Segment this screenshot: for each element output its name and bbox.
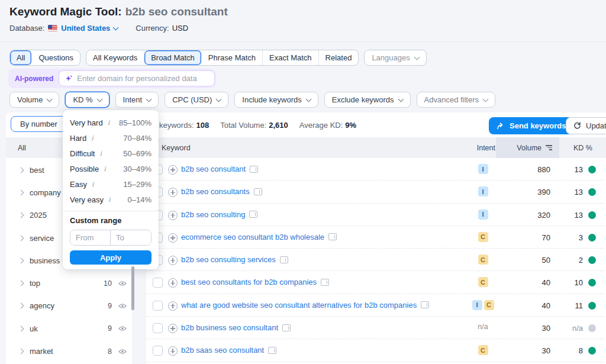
kd-value: 3 [556, 233, 583, 242]
keyword-link[interactable]: b2b seo consultant [181, 165, 258, 173]
kd-option-range: 50–69% [123, 149, 152, 158]
column-intent: Intent [454, 144, 495, 152]
serp-icon[interactable] [328, 233, 337, 240]
by-number-toggle[interactable]: By number [11, 116, 67, 132]
serp-icon[interactable] [280, 256, 288, 263]
kd-option-range: 85–100% [119, 118, 152, 127]
volume-value: 40 [512, 278, 550, 287]
filter-advanced-filters[interactable]: Advanced filters [417, 92, 496, 108]
kd-from-input[interactable] [70, 230, 111, 245]
languages-button[interactable]: Languages [364, 50, 426, 66]
group-label: uk [30, 324, 38, 333]
tab-all-keywords[interactable]: All Keywords [86, 50, 144, 65]
tab-exact-match[interactable]: Exact Match [263, 50, 319, 65]
add-keyword-icon[interactable] [168, 188, 178, 197]
page-title: Keyword Magic Tool:b2b seo consultant [9, 5, 228, 18]
column-kd: KD % [570, 144, 596, 152]
volume-value: 30 [512, 324, 550, 333]
serp-icon[interactable] [250, 166, 258, 173]
chevron-down-icon [305, 96, 311, 102]
kd-option-range: 70–84% [123, 134, 152, 143]
add-keyword-icon[interactable] [168, 324, 178, 333]
filter-intent[interactable]: Intent [115, 92, 159, 108]
serp-icon[interactable] [254, 188, 262, 195]
tab-questions[interactable]: Questions [32, 50, 80, 65]
serp-icon[interactable] [282, 324, 291, 331]
currency-label: Currency: [136, 24, 169, 33]
keyword-link[interactable]: ecommerce seo consultant b2b wholesale [181, 233, 337, 241]
send-keywords-button[interactable]: Send keywords [489, 117, 573, 134]
kd-option-very-hard[interactable]: Very hard i 85–100% [70, 115, 152, 130]
eye-icon[interactable] [118, 281, 127, 286]
chevron-right-icon [18, 212, 24, 218]
custom-range-inputs [70, 230, 152, 246]
apply-button[interactable]: Apply [70, 250, 152, 265]
sidebar-group-uk[interactable]: uk 9 [6, 317, 132, 340]
send-keywords-label: Send keywords [510, 121, 566, 130]
add-keyword-icon[interactable] [168, 278, 178, 288]
filter-include-keywords[interactable]: Include keywords [234, 92, 318, 108]
kd-to-input[interactable] [111, 230, 151, 245]
serp-icon[interactable] [321, 279, 329, 286]
eye-icon[interactable] [118, 303, 127, 309]
kd-option-range: 30–49% [123, 165, 152, 173]
update-button[interactable]: Update [566, 117, 606, 134]
sidebar-group-agency[interactable]: agency 9 [6, 295, 132, 317]
domain-input[interactable]: Enter domain for personalized data [59, 70, 215, 86]
group-label: best [30, 166, 44, 175]
sidebar-group-top[interactable]: top 10 [6, 272, 132, 294]
keyword-link[interactable]: b2b business seo consultant [181, 323, 291, 332]
tab-related[interactable]: Related [319, 50, 359, 65]
kd-option-possible[interactable]: Possible i 30–49% [70, 161, 152, 176]
filter-cpc-usd[interactable]: CPC (USD) [165, 92, 228, 108]
eye-icon[interactable] [118, 349, 127, 355]
ai-powered-badge: AI-powered [15, 75, 53, 83]
row-checkbox[interactable] [153, 278, 163, 288]
tab-all[interactable]: All [10, 50, 32, 65]
add-keyword-icon[interactable] [168, 256, 178, 265]
sidebar-group-market[interactable]: market 8 [6, 340, 132, 362]
add-keyword-icon[interactable] [168, 346, 178, 356]
kd-option-easy[interactable]: Easy i 15–29% [70, 176, 152, 192]
kd-option-difficult[interactable]: Difficult i 50–69% [70, 146, 152, 161]
keyword-link[interactable]: b2b seo consulting services [181, 255, 288, 264]
keyword-link[interactable]: best seo consultants for b2b companies [181, 278, 329, 286]
row-checkbox[interactable] [153, 346, 163, 356]
intent-na: n/a [478, 323, 488, 331]
update-label: Update [586, 121, 606, 130]
keywords-count-value: 108 [196, 121, 209, 130]
filter-volume[interactable]: Volume [9, 92, 59, 108]
serp-icon[interactable] [421, 301, 429, 308]
serp-icon[interactable] [249, 211, 257, 218]
refresh-icon [573, 122, 581, 130]
add-keyword-icon[interactable] [168, 301, 178, 311]
keyword-link[interactable]: b2b seo consulting [181, 210, 257, 219]
filter-label: Volume [17, 95, 43, 104]
chevron-right-icon [18, 189, 24, 195]
kd-option-very-easy[interactable]: Very easy i 0–14% [70, 192, 152, 207]
filter-exclude-keywords[interactable]: Exclude keywords [324, 92, 411, 108]
keyword-link[interactable]: b2b seo consultants [181, 187, 262, 196]
chevron-down-icon [146, 96, 152, 102]
sidebar-scrollbar[interactable] [131, 266, 134, 310]
kd-option-list: Very hard i 85–100% Hard i 70–84% Diffic… [70, 115, 152, 207]
add-keyword-icon[interactable] [168, 211, 178, 220]
database-selector[interactable]: United States [61, 24, 118, 33]
kd-option-hard[interactable]: Hard i 70–84% [70, 130, 152, 146]
row-checkbox[interactable] [153, 301, 163, 311]
filter-kd[interactable]: KD % [65, 92, 109, 108]
serp-icon[interactable] [268, 347, 276, 354]
volume-value: 40 [512, 301, 550, 310]
keyword-link[interactable]: what are good website seo consultant alt… [181, 301, 429, 310]
table-row: ecommerce seo consultant b2b wholesale C… [146, 226, 606, 249]
tab-phrase-match[interactable]: Phrase Match [202, 50, 263, 65]
eye-icon[interactable] [118, 326, 127, 331]
column-volume-sort[interactable]: Volume [496, 137, 559, 158]
row-checkbox[interactable] [153, 323, 163, 333]
query-text: b2b seo consultant [125, 5, 228, 18]
add-keyword-icon[interactable] [168, 233, 178, 243]
tab-broad-match[interactable]: Broad Match [144, 50, 202, 65]
keyword-link[interactable]: b2b saas seo consultant [181, 346, 276, 355]
table-row: b2b seo consultant I 880 13 [146, 158, 606, 181]
add-keyword-icon[interactable] [168, 165, 178, 175]
